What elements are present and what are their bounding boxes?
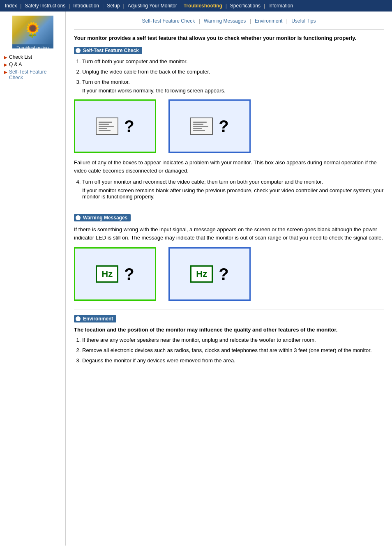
nav-info[interactable]: Information: [265, 0, 296, 12]
line-7: [193, 124, 203, 125]
hz-icon-1: Hz: [96, 265, 118, 283]
question-mark-2: ?: [219, 117, 228, 136]
sidebar-logo: 🌻 Troubleshooting: [12, 16, 53, 48]
sidebar-item-qa[interactable]: ▶ Q & A: [4, 62, 61, 67]
badge-dot-2: [76, 215, 81, 220]
monitor-box-blue: ?: [168, 99, 251, 153]
warning-monitor-box-blue: Hz ?: [168, 247, 251, 301]
line-9: [193, 128, 202, 129]
line-2: [99, 124, 109, 125]
sec-sep-3: |: [286, 18, 289, 24]
step-1: Turn off both your computer and the moni…: [82, 58, 384, 64]
env-step-3: Degauss the monitor if any devices were …: [82, 357, 384, 364]
nav-intro[interactable]: Introduction: [70, 0, 102, 12]
sidebar-item-checklist[interactable]: ▶ Check List: [4, 54, 61, 60]
top-divider: [74, 30, 384, 30]
sidebar-logo-image: 🌻: [12, 16, 53, 44]
question-mark-1: ?: [124, 117, 134, 136]
main-content: Self-Test Feature Check | Warning Messag…: [66, 12, 392, 546]
sec-sep-1: |: [199, 18, 201, 24]
step-4-list: Turn off your monitor and reconnect the …: [82, 179, 384, 200]
question-mark-3: ?: [124, 265, 134, 283]
hz-icon-2: Hz: [190, 265, 213, 283]
sidebar: 🌻 Troubleshooting ▶ Check List ▶ Q & A ▶…: [0, 12, 66, 546]
nav-adjust[interactable]: Adjusting Your Monitor: [125, 0, 180, 12]
environment-badge-label: Environment: [83, 316, 113, 322]
line-3: [99, 126, 114, 127]
nav-index[interactable]: Index: [2, 0, 20, 12]
env-step-1: If there are any woofer speakers near th…: [82, 337, 384, 343]
badge-dot-3: [76, 316, 81, 321]
line-10: [193, 130, 205, 131]
secondary-nav: Self-Test Feature Check | Warning Messag…: [74, 16, 384, 26]
environment-intro: The location and the position of the mon…: [74, 327, 384, 333]
main-layout: 🌻 Troubleshooting ▶ Check List ▶ Q & A ▶…: [0, 12, 392, 546]
sec-nav-selftest[interactable]: Self-Test Feature Check: [142, 18, 195, 24]
section-divider-1: [74, 208, 384, 208]
warning-badge-label: Warning Messages: [83, 215, 127, 221]
sec-nav-useful[interactable]: Useful Tips: [291, 18, 316, 24]
nav-bar: Index | Safety Instructions | Introducti…: [0, 0, 392, 12]
arrow-icon-1: ▶: [4, 55, 7, 60]
nav-safety[interactable]: Safety Instructions: [21, 0, 69, 12]
monitor-icon-1: [96, 117, 118, 135]
self-test-badge-label: Self-Test Feature Check: [83, 48, 139, 53]
section-divider-2: [74, 309, 384, 309]
step-4-sub: If your monitor screen remains blank aft…: [82, 187, 384, 200]
line-5: [99, 130, 111, 131]
self-test-badge: Self-Test Feature Check: [74, 47, 142, 54]
monitor-box-green: ?: [74, 99, 156, 153]
warning-display-row: Hz ? Hz ?: [74, 247, 384, 301]
sec-nav-environment[interactable]: Environment: [255, 18, 282, 24]
sidebar-item-selftest-label: Self-Test Feature Check: [9, 69, 61, 81]
sec-nav-warning[interactable]: Warning Messages: [204, 18, 246, 24]
step-2: Unplug the video cable from the back of …: [82, 69, 384, 75]
nav-specs[interactable]: Specifications: [227, 0, 264, 12]
arrow-icon-3: ▶: [4, 70, 7, 74]
nav-troubleshoot[interactable]: Troubleshooting: [180, 0, 226, 12]
sidebar-item-selftest[interactable]: ▶ Self-Test Feature Check: [4, 69, 61, 81]
warning-text: If there is something wrong with the inp…: [74, 226, 384, 242]
step-4: Turn off your monitor and reconnect the …: [82, 179, 384, 200]
sidebar-item-checklist-label: Check List: [9, 54, 32, 60]
warning-badge: Warning Messages: [74, 214, 131, 221]
env-step-2: Remove all electronic devices such as ra…: [82, 347, 384, 353]
sidebar-nav: ▶ Check List ▶ Q & A ▶ Self-Test Feature…: [0, 51, 65, 85]
warning-monitor-box-green: Hz ?: [74, 247, 156, 301]
badge-dot-1: [76, 48, 81, 53]
question-mark-4: ?: [219, 265, 228, 283]
line-8: [193, 126, 208, 127]
step-3: Turn on the monitor. If your monitor wor…: [82, 79, 384, 94]
line-6: [193, 122, 207, 123]
step-3-sub: If your monitor works normally, the foll…: [82, 88, 384, 94]
self-test-intro: Your monitor provides a self test featur…: [74, 35, 384, 41]
failure-note: Failure of any of the boxes to appear in…: [74, 159, 384, 175]
flower-icon: 🌻: [23, 21, 42, 39]
self-test-display-row: ? ?: [74, 99, 384, 153]
arrow-icon-2: ▶: [4, 62, 7, 67]
sidebar-item-qa-label: Q & A: [9, 62, 22, 67]
line-1: [99, 122, 112, 123]
nav-setup[interactable]: Setup: [104, 0, 123, 12]
environment-badge: Environment: [74, 315, 116, 322]
sidebar-logo-label: Troubleshooting: [12, 44, 53, 48]
self-test-steps: Turn off both your computer and the moni…: [82, 58, 384, 94]
sec-sep-2: |: [250, 18, 252, 24]
monitor-icon-2: [190, 117, 213, 135]
line-4: [99, 128, 107, 129]
environment-steps: If there are any woofer speakers near th…: [82, 337, 384, 364]
